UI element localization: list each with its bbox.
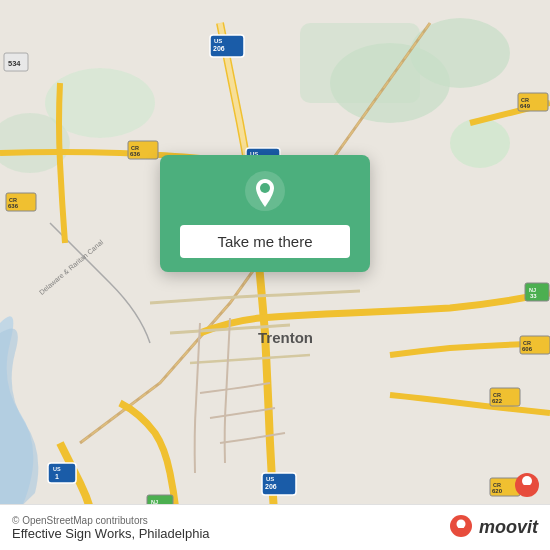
svg-text:US: US bbox=[214, 38, 222, 44]
svg-text:1: 1 bbox=[55, 473, 59, 480]
moovit-logo: moovit bbox=[447, 514, 538, 542]
svg-text:US: US bbox=[53, 466, 61, 472]
svg-text:US: US bbox=[266, 476, 274, 482]
svg-text:622: 622 bbox=[492, 398, 503, 404]
svg-text:620: 620 bbox=[492, 488, 503, 494]
moovit-text: moovit bbox=[479, 517, 538, 538]
svg-point-3 bbox=[450, 118, 510, 168]
svg-point-48 bbox=[522, 476, 532, 486]
card-overlay: Take me there bbox=[160, 155, 370, 272]
svg-text:534: 534 bbox=[8, 59, 21, 68]
svg-point-52 bbox=[456, 519, 465, 528]
svg-text:206: 206 bbox=[265, 483, 277, 490]
map-svg: US 206 US 206 US 206 CR 636 CR 636 CR 64… bbox=[0, 0, 550, 550]
svg-point-50 bbox=[260, 183, 270, 193]
svg-text:649: 649 bbox=[520, 103, 531, 109]
bottom-left-info: © OpenStreetMap contributors Effective S… bbox=[12, 515, 210, 541]
svg-text:636: 636 bbox=[8, 203, 19, 209]
location-pin-icon bbox=[243, 171, 287, 215]
svg-text:Trenton: Trenton bbox=[258, 329, 313, 346]
bottom-bar: © OpenStreetMap contributors Effective S… bbox=[0, 504, 550, 550]
svg-text:33: 33 bbox=[530, 293, 537, 299]
moovit-icon bbox=[447, 514, 475, 542]
svg-text:636: 636 bbox=[130, 151, 141, 157]
take-me-there-button[interactable]: Take me there bbox=[180, 225, 350, 258]
svg-text:206: 206 bbox=[213, 45, 225, 52]
svg-text:606: 606 bbox=[522, 346, 533, 352]
map-container: US 206 US 206 US 206 CR 636 CR 636 CR 64… bbox=[0, 0, 550, 550]
location-name: Effective Sign Works, Philadelphia bbox=[12, 526, 210, 541]
osm-credit: © OpenStreetMap contributors bbox=[12, 515, 210, 526]
